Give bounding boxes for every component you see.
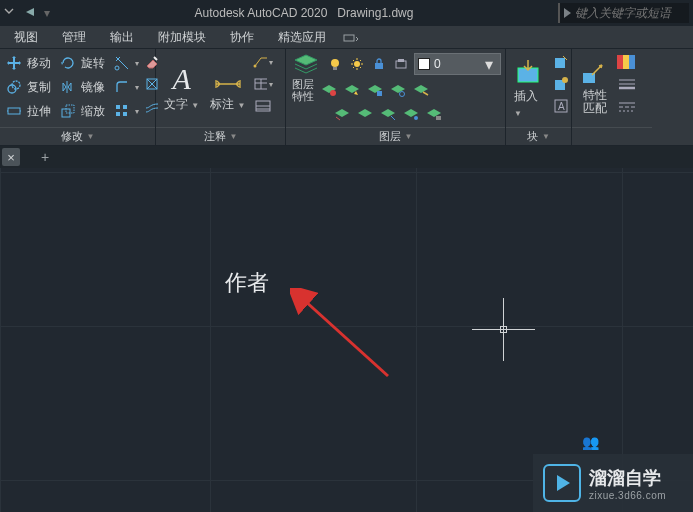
insert-block-button[interactable]: 插入 ▼ [510,52,548,124]
layer-properties-button[interactable] [290,52,322,76]
layer-prev-icon[interactable] [355,104,375,124]
chevron-down-icon: ▼ [542,132,550,141]
svg-rect-25 [436,116,441,120]
layer-off-icon[interactable] [319,80,339,100]
grid-line [0,172,693,173]
share-icon[interactable] [24,6,38,20]
current-layer-name: 0 [434,57,477,71]
svg-point-12 [253,65,256,68]
panel-block: 插入 ▼ A 块▼ [506,49,572,145]
tab-view[interactable]: 视图 [4,27,48,48]
svg-rect-27 [555,58,565,68]
ribbon-tabs: 视图 管理 输出 附加模块 协作 精选应用 [0,26,693,48]
svg-text:A: A [558,101,565,112]
ribbon: 移动 复制 拉伸 旋转 镜像 缩放 ▾ ▾ ▾ 修改▼ [0,48,693,146]
tab-featured[interactable]: 精选应用 [268,27,336,48]
search-play-icon [564,8,571,18]
window-title: Autodesk AutoCAD 2020 Drawing1.dwg [50,6,558,20]
array-button[interactable]: ▾ [112,100,139,122]
scale-button[interactable]: 缩放 [58,100,109,122]
tab-manage[interactable]: 管理 [52,27,96,48]
watermark-url: zixue.3d66.com [589,490,666,501]
watermark-title: 溜溜自学 [589,466,666,490]
watermark: 溜溜自学 zixue.3d66.com [533,454,693,512]
bulb-icon [325,54,345,74]
text-button[interactable]: A 文字 ▼ [160,52,203,124]
drawing-canvas[interactable]: 作者 👥 溜溜自学 zixue.3d66.com [0,168,693,512]
stretch-button[interactable]: 拉伸 [4,100,55,122]
qat-dropdown-icon[interactable] [4,6,18,20]
svg-rect-22 [377,91,382,96]
tab-output[interactable]: 输出 [100,27,144,48]
layer-merge-icon[interactable] [424,104,444,124]
scale-icon [58,101,78,121]
svg-point-17 [354,61,360,67]
insert-block-icon [514,58,544,86]
author-text-object[interactable]: 作者 [225,268,269,298]
linetype-icon[interactable] [617,96,637,116]
svg-point-23 [400,92,405,97]
search-input[interactable] [575,6,685,20]
layer-match-icon[interactable] [332,104,352,124]
tab-collaborate[interactable]: 协作 [220,27,264,48]
svg-point-29 [562,77,568,83]
edit-block-icon[interactable] [551,74,571,94]
panel-properties-title[interactable] [572,127,652,145]
new-document-icon[interactable]: + [36,148,54,166]
layer-iso-icon[interactable] [388,80,408,100]
panel-block-title[interactable]: 块▼ [506,127,571,145]
fillet-button[interactable]: ▾ [112,76,139,98]
app-name: Autodesk AutoCAD 2020 [195,6,328,20]
copy-icon [4,77,24,97]
document-tabstrip: × + [0,146,693,168]
move-button[interactable]: 移动 [4,52,55,74]
search-box[interactable] [558,3,689,23]
match-properties-button[interactable]: 特性 匹配 [576,52,614,124]
svg-rect-3 [8,108,20,114]
create-block-icon[interactable] [551,52,571,72]
svg-rect-34 [623,55,629,69]
layer-walk-icon[interactable] [401,104,421,124]
mirror-button[interactable]: 镜像 [58,76,109,98]
quick-access-toolbar: ▾ [4,6,50,20]
rotate-button[interactable]: 旋转 [58,52,109,74]
rotate-icon [58,53,78,73]
lineweight-icon[interactable] [617,74,637,94]
layer-state-icon[interactable] [378,104,398,124]
layer-combo[interactable]: 0 ▾ [414,53,501,75]
tabs-overflow-icon[interactable] [340,30,362,48]
lock-icon [369,54,389,74]
cloud-icon[interactable] [253,96,273,116]
table-icon[interactable]: ▾ [253,74,273,94]
panel-annotate-title[interactable]: 注释▼ [156,127,285,145]
grid-line [0,168,1,512]
trim-icon [112,53,132,73]
bylayer-color-icon[interactable] [617,52,637,72]
layer-make-current-icon[interactable] [411,80,431,100]
svg-point-15 [331,59,339,67]
svg-rect-7 [116,105,120,109]
tab-addins[interactable]: 附加模块 [148,27,216,48]
close-document-icon[interactable]: × [2,148,20,166]
layer-freeze-icon[interactable] [342,80,362,100]
dimension-button[interactable]: 标注 ▼ [206,52,249,124]
watermark-play-icon [543,464,581,502]
attribute-icon[interactable]: A [551,96,571,116]
stretch-icon [4,101,24,121]
chevron-down-icon: ▼ [87,132,95,141]
panel-modify: 移动 复制 拉伸 旋转 镜像 缩放 ▾ ▾ ▾ 修改▼ [0,49,156,145]
document-name: Drawing1.dwg [337,6,413,20]
annotation-arrow [290,288,400,388]
svg-rect-16 [333,67,337,70]
svg-point-6 [115,66,119,70]
leader-icon[interactable]: ▾ [253,52,273,72]
chevron-down-icon: ▼ [230,132,238,141]
layer-properties-label[interactable]: 图层 特性 [290,78,316,102]
svg-rect-0 [344,35,354,41]
layer-lock-icon[interactable] [365,80,385,100]
trim-button[interactable]: ▾ [112,52,139,74]
panel-annotate: A 文字 ▼ 标注 ▼ ▾ ▾ 注释▼ [156,49,286,145]
copy-button[interactable]: 复制 [4,76,55,98]
panel-layers-title[interactable]: 图层▼ [286,127,505,145]
panel-modify-title[interactable]: 修改▼ [0,127,155,145]
